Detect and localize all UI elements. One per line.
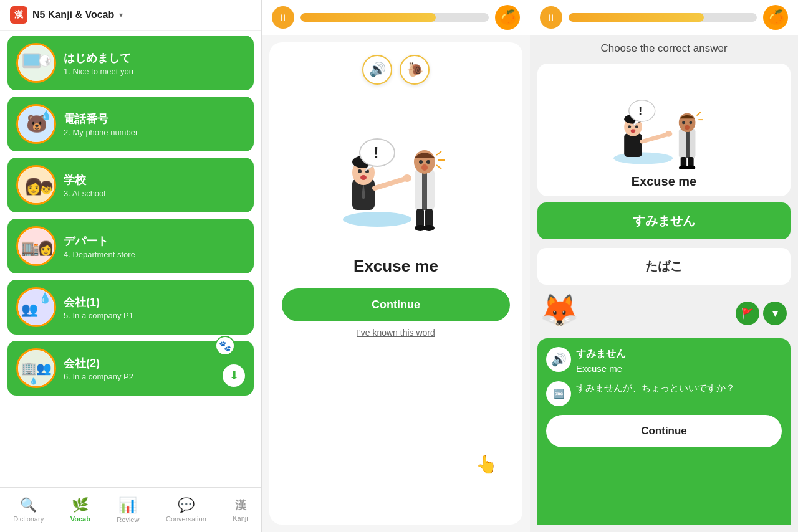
swipe-hint: 👆: [476, 454, 498, 475]
svg-point-52: [635, 125, 638, 128]
left-panel: 漢 N5 Kanji & Vocab ▾ 🐇 はじめまして 1. Nice to…: [0, 0, 262, 532]
svg-line-69: [696, 112, 701, 115]
svg-rect-35: [422, 169, 427, 210]
right-orange-icon: 🍊: [763, 5, 788, 30]
review-icon: 📊: [118, 496, 137, 514]
right-card-word: Excuse me: [632, 174, 697, 189]
right-main: Choose the correct answer: [530, 35, 798, 532]
known-button[interactable]: I've known this word: [357, 328, 435, 338]
nav-label-kanji: Kanji: [233, 515, 248, 522]
lesson-thumb-2: 🐻 💧: [16, 104, 56, 144]
svg-point-63: [689, 121, 692, 124]
svg-text:💧: 💧: [41, 110, 52, 121]
right-progress-track: [569, 13, 757, 22]
progress-fill: [300, 13, 436, 22]
kanji-icon: 漢: [235, 498, 246, 513]
svg-point-30: [403, 174, 411, 182]
nav-label-conversation: Conversation: [166, 515, 206, 523]
right-continue-button[interactable]: Continue: [546, 415, 782, 447]
mascot-badge: 🐾: [215, 336, 235, 356]
mascot-image: 🦊: [537, 288, 581, 332]
svg-rect-2: [24, 54, 39, 65]
left-header: 漢 N5 Kanji & Vocab ▾: [0, 0, 261, 31]
lesson-info-2: 電話番号 2. My phone number: [64, 112, 138, 137]
chat-bubble-2: すみませんが、ちょっといいですか？: [576, 381, 735, 394]
lesson-item[interactable]: 👥 💧 会社(1) 5. In a company P1: [7, 280, 254, 335]
lesson-item[interactable]: 🐇 はじめまして 1. Nice to meet you: [7, 36, 254, 90]
answer-option-1[interactable]: すみません: [537, 202, 791, 239]
lesson-title-2: 電話番号: [64, 112, 138, 126]
title-chevron[interactable]: ▾: [119, 11, 123, 19]
lesson-thumb-6: 🏢 👥 💧: [16, 348, 56, 388]
lesson-item[interactable]: 🏬 👩 デパート 4. Department store: [7, 219, 254, 273]
nav-kanji[interactable]: 漢 Kanji: [225, 494, 255, 526]
lesson-title-6: 会社(2): [64, 356, 133, 371]
lesson-info-6: 会社(2) 6. In a company P2: [64, 356, 133, 381]
pause-button[interactable]: ⏸: [272, 6, 294, 29]
svg-line-54: [642, 134, 667, 141]
sound-button[interactable]: 🔊: [362, 55, 392, 85]
lesson-info-1: はじめまして 1. Nice to meet you: [64, 50, 133, 76]
svg-point-38: [426, 160, 430, 164]
lesson-info-5: 会社(1) 5. In a company P1: [64, 295, 133, 320]
nav-vocab[interactable]: 🌿 Vocab: [63, 493, 98, 526]
chevron-button[interactable]: ▾: [763, 302, 787, 325]
chat-line2: Excuse me: [576, 363, 622, 374]
answer-option-2[interactable]: たばこ: [537, 248, 791, 285]
chat-avatar-2: 🔤: [546, 381, 571, 406]
right-panel: ⏸ 🍊 Choose the correct answer: [530, 0, 798, 532]
svg-point-26: [358, 169, 362, 173]
right-pause-button[interactable]: ⏸: [540, 6, 562, 29]
flag-button[interactable]: 🚩: [736, 302, 759, 325]
continue-button[interactable]: Continue: [282, 288, 510, 321]
svg-text:👥: 👥: [36, 361, 52, 376]
lesson-subtitle-5: 5. In a company P1: [64, 311, 133, 320]
lesson-item[interactable]: 🏢 👥 💧 会社(2) 6. In a company P2 ⬇ 🐾: [7, 341, 254, 396]
middle-progress-bar: ⏸ 🍊: [262, 0, 530, 35]
svg-text:!: !: [638, 104, 642, 117]
app-icon: 漢: [10, 6, 27, 24]
lesson-item[interactable]: 🐻 💧 電話番号 2. My phone number: [7, 97, 254, 151]
svg-text:🏢: 🏢: [21, 361, 37, 376]
chat-message-1: 🔊 すみません Excuse me: [546, 347, 782, 375]
progress-track: [300, 13, 489, 22]
nav-dictionary[interactable]: 🔍 Dictionary: [6, 493, 51, 526]
slow-button[interactable]: 🐌: [400, 55, 430, 85]
middle-panel: ⏸ 🍊 🔊 🐌: [262, 0, 530, 532]
lesson-thumb-5: 👥 💧: [16, 287, 56, 327]
conversation-icon: 💬: [178, 497, 195, 513]
speaker-icon: 🔊: [551, 352, 567, 367]
right-pause-icon: ⏸: [547, 12, 555, 22]
lesson-download-badge[interactable]: ⬇: [223, 364, 245, 387]
svg-point-47: [613, 152, 673, 164]
right-progress-bar: ⏸ 🍊: [530, 0, 798, 35]
right-progress-fill: [569, 13, 704, 22]
nav-conversation[interactable]: 💬 Conversation: [158, 493, 214, 526]
svg-point-64: [685, 125, 690, 130]
svg-point-53: [631, 129, 636, 133]
app-icon-text: 漢: [14, 9, 23, 21]
lesson-title-3: 学校: [64, 173, 105, 188]
lesson-title-4: デパート: [64, 234, 135, 249]
svg-point-37: [419, 160, 423, 164]
svg-rect-40: [416, 209, 424, 227]
vocab-icon: 🌿: [72, 497, 89, 513]
nav-label-review: Review: [117, 516, 139, 523]
chat-message-2: 🔤 すみませんが、ちょっといいですか？: [546, 381, 782, 406]
vocab-card: 🔊 🐌: [269, 42, 522, 525]
lesson-subtitle-3: 3. At school: [64, 189, 105, 198]
svg-point-28: [360, 175, 367, 180]
chat-line3: すみませんが、ちょっといいですか？: [576, 382, 735, 393]
orange-icon: 🍊: [495, 5, 520, 30]
svg-text:💧: 💧: [29, 376, 38, 385]
lesson-info-4: デパート 4. Department store: [64, 234, 135, 259]
translate-icon: 🔤: [554, 389, 564, 399]
nav-review[interactable]: 📊 Review: [109, 493, 147, 527]
right-illustration: !: [602, 71, 726, 171]
svg-line-44: [436, 151, 441, 155]
svg-line-46: [436, 165, 441, 169]
lesson-item[interactable]: 👩 👦 学校 3. At school: [7, 158, 254, 212]
svg-rect-60: [686, 128, 690, 158]
svg-text:👥: 👥: [21, 301, 39, 318]
svg-rect-48: [624, 133, 642, 157]
